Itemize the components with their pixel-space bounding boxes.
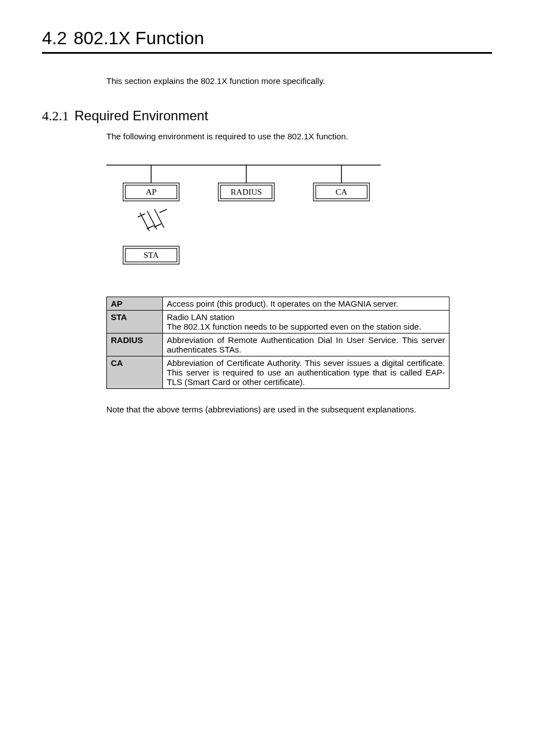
table-row: AP Access point (this product). It opera… <box>107 297 449 311</box>
diagram-ap-label: AP <box>146 187 156 196</box>
subsection-title-text: Required Environment <box>74 108 208 123</box>
table-row: STA Radio LAN stationThe 802.1X function… <box>107 311 449 334</box>
subsection-intro: The following environment is required to… <box>106 132 492 141</box>
term-cell: STA <box>107 311 163 334</box>
section-intro: This section explains the 802.1X functio… <box>106 76 492 86</box>
diagram-sta-label: STA <box>143 251 158 260</box>
svg-line-13 <box>138 214 145 217</box>
term-cell: CA <box>107 356 163 389</box>
section-number: 4.2 <box>42 28 67 48</box>
subsection-title: 4.2.1Required Environment <box>42 108 492 124</box>
note-text: Note that the above terms (abbreviations… <box>106 405 492 414</box>
desc-cell: Abbreviation of Remote Authentication Di… <box>163 334 449 356</box>
table-row: RADIUS Abbreviation of Remote Authentica… <box>107 334 449 356</box>
term-cell: RADIUS <box>107 334 163 356</box>
network-diagram: AP RADIUS CA STA <box>106 159 492 271</box>
subsection-number: 4.2.1 <box>42 109 69 123</box>
diagram-radius-label: RADIUS <box>231 187 262 196</box>
desc-cell: Abbreviation of Certificate Authority. T… <box>163 356 449 389</box>
section-title-text: 802.1X Function <box>73 28 204 48</box>
terms-table: AP Access point (this product). It opera… <box>106 297 492 389</box>
table-row: CA Abbreviation of Certificate Authority… <box>107 356 449 389</box>
term-cell: AP <box>107 297 163 311</box>
section-title: 4.2802.1X Function <box>42 28 492 54</box>
diagram-ca-label: CA <box>336 187 348 196</box>
desc-cell: Radio LAN stationThe 802.1X function nee… <box>163 311 449 334</box>
svg-line-16 <box>160 209 167 213</box>
desc-cell: Access point (this product). It operates… <box>163 297 449 311</box>
